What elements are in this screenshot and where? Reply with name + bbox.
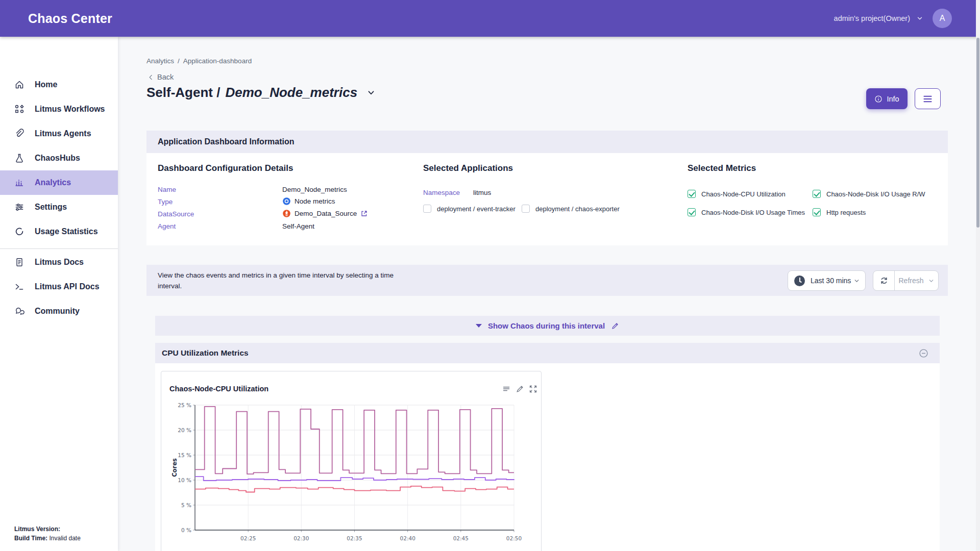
info-button[interactable]: Info [866, 88, 908, 109]
sidebar: Home Litmus Workflows Litmus Agents Chao… [0, 37, 118, 551]
clock-icon [794, 276, 805, 286]
datasource-value: Demo_Data_Source [282, 209, 368, 218]
triangle-down-icon [476, 324, 482, 328]
agent-value: Self-Agent [282, 222, 314, 230]
chevron-down-icon [853, 278, 860, 284]
build-time-value: Invalid date [49, 535, 80, 542]
menu-icon [923, 95, 933, 103]
chart-edit-icon[interactable] [516, 385, 524, 393]
info-icon [874, 95, 883, 103]
dashboard-options-button[interactable] [915, 88, 941, 109]
svg-text:02:25: 02:25 [240, 535, 256, 541]
cpu-utilization-chart: 02:2502:3002:3502:4002:4502:500 %5 %10 %… [169, 401, 527, 551]
refresh-icon [879, 276, 889, 285]
edit-icon[interactable] [611, 322, 619, 330]
interval-panel: View the chaos events and metrics in a g… [146, 265, 948, 296]
sidebar-item-analytics[interactable]: Analytics [0, 170, 118, 195]
agent-label: Agent [158, 222, 176, 230]
chart-title: Chaos-Node-CPU Utilization [169, 385, 268, 393]
app-checkbox-chaos-exporter[interactable]: deployment / chaos-exporter [522, 205, 620, 213]
refresh-interval-select[interactable]: Refresh [895, 271, 938, 290]
breadcrumb-application-dashboard[interactable]: Application-dashboard [183, 57, 252, 65]
svg-text:5 %: 5 % [181, 502, 191, 508]
svg-text:10 %: 10 % [178, 477, 191, 483]
usage-icon [14, 227, 24, 237]
api-docs-icon [14, 282, 24, 292]
sidebar-footer: Litmus Version: Build Time: Invalid date [14, 525, 81, 543]
svg-text:02:40: 02:40 [400, 535, 415, 541]
sidebar-item-usage-statistics[interactable]: Usage Statistics [0, 219, 118, 244]
agent-name: Self-Agent / [146, 85, 220, 101]
sidebar-item-litmus-workflows[interactable]: Litmus Workflows [0, 97, 118, 121]
back-icon [148, 74, 154, 81]
litmus-version-label: Litmus Version: [14, 525, 60, 533]
svg-text:02:30: 02:30 [293, 535, 309, 541]
app-checkbox-event-tracker[interactable]: deployment / event-tracker [423, 205, 516, 213]
app-header: Chaos Center admin's project(Owner) A [0, 0, 980, 37]
svg-text:25 %: 25 % [178, 402, 191, 408]
selected-metrics-heading: Selected Metrics [688, 163, 756, 173]
section-title: CPU Utilization Metrics [162, 348, 249, 358]
node-metrics-icon [282, 197, 291, 206]
checkbox-checked[interactable] [688, 208, 696, 216]
workflows-icon [14, 104, 24, 114]
refresh-now-button[interactable] [873, 271, 895, 290]
dashboard-info-panel: Application Dashboard Information Dashbo… [146, 131, 948, 245]
checkbox-checked[interactable] [813, 208, 821, 216]
sidebar-item-litmus-api-docs[interactable]: Litmus API Docs [0, 274, 118, 299]
metric-checkbox-disk-io-rw[interactable]: Chaos-Node-Disk I/O Usage R/W [813, 190, 925, 198]
show-chaos-toggle[interactable]: Show Chaos during this interval [155, 316, 940, 336]
metric-checkbox-cpu-utilization[interactable]: Chaos-Node-CPU Utilization [688, 190, 786, 198]
metric-checkbox-disk-io-times[interactable]: Chaos-Node-Disk I/O Usage Times [688, 208, 805, 216]
main-content: Analytics / Application-dashboard Back S… [118, 37, 980, 551]
app-title: Chaos Center [28, 11, 112, 26]
datasource-label: DataSource [158, 210, 194, 218]
chart-menu-icon[interactable] [502, 385, 511, 393]
time-range-value: Last 30 mins [811, 277, 851, 285]
checkbox-checked[interactable] [688, 190, 696, 198]
sidebar-item-litmus-agents[interactable]: Litmus Agents [0, 121, 118, 146]
metric-checkbox-http-requests[interactable]: Http requests [813, 208, 866, 216]
svg-text:15 %: 15 % [178, 452, 191, 458]
docs-icon [14, 257, 24, 267]
sidebar-item-chaoshubs[interactable]: ChaosHubs [0, 146, 118, 170]
cpu-metrics-section-body: Chaos-Node-CPU Utilization 02:2502:3002:… [155, 363, 940, 551]
namespace-label: Namespace [423, 189, 460, 196]
chart-expand-icon[interactable] [529, 385, 537, 393]
sidebar-item-community[interactable]: Community [0, 299, 118, 323]
sidebar-divider [0, 248, 118, 249]
checkbox-checked[interactable] [813, 190, 821, 198]
selected-applications-heading: Selected Applications [423, 163, 513, 173]
panel-title: Application Dashboard Information [158, 137, 295, 146]
settings-icon [14, 202, 24, 212]
refresh-controls: Refresh [873, 270, 939, 291]
avatar[interactable]: A [933, 9, 952, 28]
sidebar-item-litmus-docs[interactable]: Litmus Docs [0, 250, 118, 274]
back-button[interactable]: Back [148, 73, 174, 81]
sidebar-item-home[interactable]: Home [0, 72, 118, 97]
breadcrumb-separator: / [178, 57, 180, 65]
svg-text:Cores: Cores [171, 458, 178, 477]
chaoshubs-icon [14, 153, 24, 163]
checkbox-unchecked[interactable] [423, 205, 431, 213]
scrollbar-track[interactable] [976, 0, 980, 551]
interval-description: View the chaos events and metrics in a g… [158, 270, 398, 292]
checkbox-unchecked[interactable] [522, 205, 530, 213]
dashboard-switcher-chevron-icon[interactable] [366, 88, 376, 97]
analytics-icon [14, 178, 24, 188]
time-range-select[interactable]: Last 30 mins [788, 270, 866, 291]
project-selector[interactable]: admin's project(Owner) [834, 14, 923, 22]
svg-text:20 %: 20 % [178, 427, 191, 433]
svg-text:02:45: 02:45 [453, 535, 469, 541]
collapse-icon[interactable] [919, 348, 928, 358]
svg-text:02:50: 02:50 [506, 535, 522, 541]
scrollbar-thumb[interactable] [976, 38, 979, 228]
breadcrumb: Analytics / Application-dashboard [146, 57, 252, 65]
breadcrumb-analytics[interactable]: Analytics [146, 57, 174, 65]
sidebar-item-settings[interactable]: Settings [0, 195, 118, 219]
build-time-label: Build Time: [14, 535, 47, 542]
svg-text:02:35: 02:35 [347, 535, 362, 541]
dashboard-name: Demo_Node_metrics [225, 85, 357, 101]
page-title: Self-Agent / Demo_Node_metrics [146, 85, 376, 101]
external-link-icon[interactable] [360, 210, 368, 217]
